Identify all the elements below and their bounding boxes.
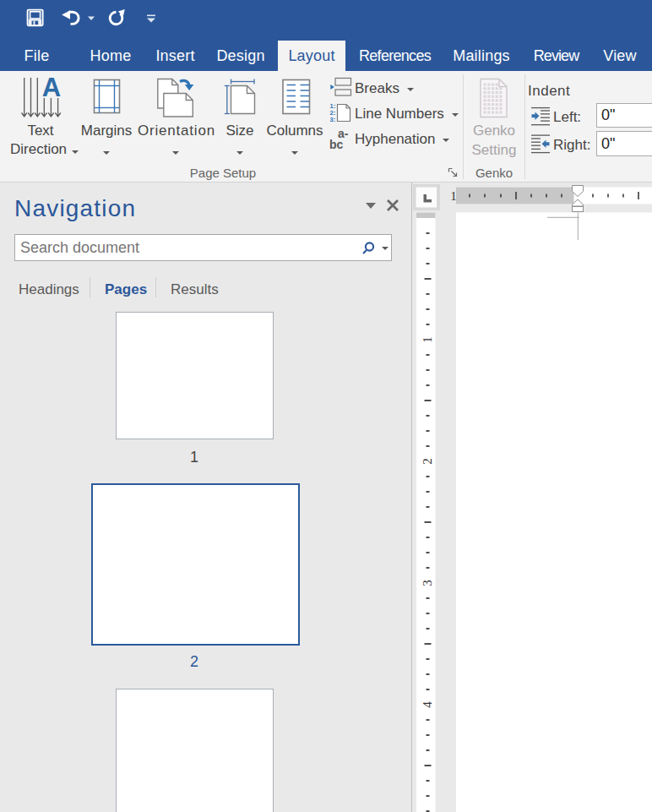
svg-text:2: 2 xyxy=(421,458,434,465)
svg-text:3:: 3: xyxy=(330,116,336,123)
svg-text:A: A xyxy=(42,73,61,102)
svg-text:1: 1 xyxy=(421,336,434,343)
svg-text:3: 3 xyxy=(421,580,434,586)
svg-text:bc: bc xyxy=(329,138,344,151)
svg-text:4: 4 xyxy=(421,701,434,708)
svg-text:1: 1 xyxy=(450,189,457,203)
